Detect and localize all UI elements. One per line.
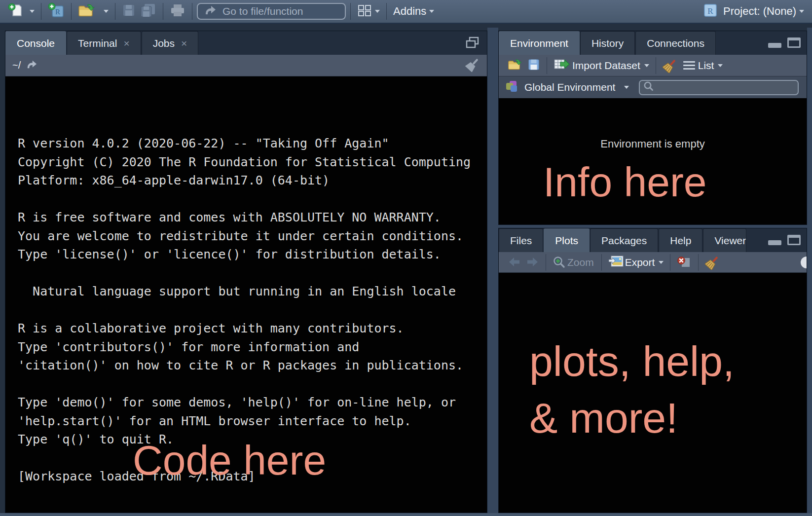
console-panel: Console Terminal Jobs ~/ — [5, 31, 487, 513]
open-file-dropdown[interactable] — [99, 10, 111, 13]
goto-file-function-box[interactable]: Go to file/function — [197, 3, 346, 20]
save-icon — [122, 3, 136, 19]
tab-label: Packages — [601, 235, 647, 247]
chevron-down-icon — [375, 10, 380, 13]
close-icon[interactable] — [123, 38, 129, 48]
environment-empty-message: Environment is empty — [499, 98, 807, 150]
console-line: Type 'contributors()' for more informati… — [18, 338, 487, 357]
console-line: Type 'license()' or 'licence()' for dist… — [18, 245, 487, 264]
restore-panes-button[interactable] — [465, 36, 480, 52]
tab-environment[interactable]: Environment — [499, 31, 580, 55]
tab-jobs[interactable]: Jobs — [142, 31, 199, 55]
minimize-icon[interactable] — [768, 240, 781, 245]
addins-button[interactable]: Addins — [391, 5, 436, 18]
console-line: R version 4.0.2 (2020-06-22) -- "Taking … — [18, 134, 487, 153]
env-scopes-icon — [505, 79, 518, 95]
new-project-button[interactable]: R — [46, 2, 67, 20]
chevron-down-icon — [644, 64, 649, 67]
tab-console[interactable]: Console — [5, 31, 66, 55]
console-line — [18, 486, 487, 505]
clear-console-button[interactable] — [465, 57, 480, 74]
maximize-icon[interactable] — [787, 235, 801, 245]
clear-environment-button[interactable] — [661, 58, 679, 73]
chevron-down-icon — [659, 261, 664, 264]
svg-text:R: R — [55, 8, 60, 16]
save-all-button[interactable] — [138, 3, 158, 20]
remove-plot-button[interactable] — [675, 256, 694, 269]
export-plot-button[interactable]: Export — [606, 255, 666, 270]
list-view-button[interactable]: List — [679, 60, 725, 72]
save-all-icon — [140, 3, 156, 20]
environment-scope-selector[interactable]: Global Environment — [524, 81, 615, 93]
close-icon[interactable] — [181, 38, 187, 48]
import-dataset-button[interactable]: Import Dataset — [552, 58, 651, 73]
console-line: Natural language support but running in … — [18, 282, 487, 301]
load-workspace-button[interactable] — [506, 58, 525, 73]
panes-layout-button[interactable] — [355, 4, 382, 19]
clear-plots-button[interactable] — [703, 255, 722, 270]
rstudio-window: R — [0, 0, 812, 516]
zoom-label: Zoom — [567, 257, 594, 268]
toolbar-separator — [350, 3, 351, 20]
tab-label: Files — [510, 235, 532, 247]
tab-viewer[interactable]: Viewer — [703, 228, 746, 252]
previous-plot-button[interactable] — [506, 257, 523, 268]
toolbar-separator — [656, 57, 656, 74]
environment-toolbar: Import Dataset List — [499, 55, 807, 76]
tab-plots[interactable]: Plots — [544, 228, 590, 252]
console-line — [18, 264, 487, 283]
project-cube-icon: R — [702, 2, 718, 20]
panes-grid-icon — [357, 4, 372, 19]
console-line: R is a collaborative project with many c… — [18, 319, 487, 338]
next-plot-button[interactable] — [523, 257, 541, 268]
toolbar-separator — [192, 3, 192, 20]
annotation-line: & more! — [529, 390, 735, 446]
environment-search-input[interactable] — [639, 80, 799, 95]
zoom-plot-button[interactable]: Zoom — [551, 256, 597, 269]
window-edge — [807, 28, 812, 516]
open-file-button[interactable] — [76, 3, 99, 20]
console-tabbar: Console Terminal Jobs — [5, 31, 487, 55]
tab-connections[interactable]: Connections — [635, 31, 716, 55]
tab-label: Terminal — [78, 37, 117, 49]
project-menu-button[interactable]: R Project: (None) — [701, 2, 806, 20]
tab-files[interactable]: Files — [499, 228, 543, 252]
save-workspace-button[interactable] — [525, 58, 542, 73]
panel-window-controls — [768, 235, 801, 245]
open-folder-icon — [508, 58, 523, 73]
toolbar-separator — [547, 57, 547, 74]
print-button[interactable] — [168, 3, 187, 19]
console-output[interactable]: R version 4.0.2 (2020-06-22) -- "Taking … — [5, 76, 487, 513]
minimize-icon[interactable] — [768, 43, 781, 48]
plots-toolbar: Zoom Export — [499, 252, 807, 273]
save-button[interactable] — [120, 3, 138, 19]
console-line — [18, 190, 487, 209]
console-toolbar: ~/ — [5, 55, 487, 76]
tab-terminal[interactable]: Terminal — [67, 31, 141, 55]
forward-arrow-icon — [525, 257, 539, 268]
window-edge — [0, 513, 812, 516]
zoom-magnifier-icon — [553, 256, 566, 269]
tab-history[interactable]: History — [580, 31, 635, 55]
chevron-down-icon — [718, 64, 723, 67]
new-file-dropdown[interactable] — [25, 10, 37, 13]
annotation-line: plots, help, — [529, 333, 735, 390]
working-directory[interactable]: ~/ — [12, 60, 21, 71]
tab-help[interactable]: Help — [659, 228, 702, 252]
goto-arrow-icon — [204, 4, 217, 18]
broom-icon — [663, 58, 677, 73]
maximize-icon[interactable] — [787, 37, 801, 48]
panel-splitter-vertical[interactable] — [487, 28, 498, 516]
chevron-down-icon — [624, 86, 629, 89]
new-file-button[interactable] — [6, 3, 25, 20]
forward-arrow-icon[interactable] — [26, 59, 37, 72]
console-line: Copyright (C) 2020 The R Foundation for … — [18, 153, 487, 172]
project-label: Project: (None) — [723, 5, 796, 18]
toolbar-separator — [71, 3, 72, 20]
tab-label: Jobs — [153, 37, 175, 49]
console-line: 'help.start()' for an HTML browser inter… — [18, 412, 487, 431]
tab-packages[interactable]: Packages — [590, 228, 658, 252]
console-line: 'citation()' on how to cite R or R packa… — [18, 356, 487, 375]
toolbar-separator — [601, 254, 602, 271]
refresh-icon[interactable] — [801, 257, 807, 268]
